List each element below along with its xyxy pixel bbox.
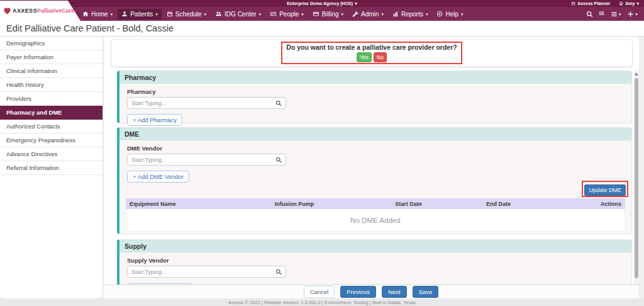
nav-items: Home ▾ Patients ▾ Schedule ▾ IDG Center …	[78, 9, 468, 20]
chevron-down-icon: ▾	[381, 12, 384, 16]
chevron-down-icon: ▾	[204, 12, 207, 16]
pharmacy-field-label: Pharmacy	[127, 88, 631, 95]
sidebar-item-authorized-contacts[interactable]: Authorized Contacts	[0, 120, 103, 133]
sidebar-item-demographics[interactable]: Demographics	[0, 37, 103, 50]
nav-label: Help	[445, 11, 458, 18]
wrench-icon	[352, 11, 358, 17]
cancel-button[interactable]: Cancel	[304, 286, 335, 298]
question-buttons: Yes No	[357, 52, 387, 62]
sidebar-item-emergency-preparedness[interactable]: Emergency Preparedness	[0, 133, 103, 147]
supply-vendor-search-input[interactable]	[128, 269, 275, 275]
sidebar-item-referral-information[interactable]: Referral Information	[0, 161, 103, 175]
person-icon	[121, 11, 128, 17]
supply-section-header: Supply	[119, 240, 631, 252]
pharmacy-search-input[interactable]	[128, 100, 275, 106]
user-avatar-icon	[619, 1, 623, 6]
search-icon[interactable]	[275, 100, 282, 106]
nav-item-help[interactable]: Help ▾	[433, 9, 467, 20]
sidebar-item-health-history[interactable]: Health History	[0, 78, 103, 92]
plus-icon	[627, 11, 634, 18]
nav-label: Billing	[322, 11, 339, 18]
calendar-icon	[571, 1, 575, 6]
pharmacy-search-box	[127, 97, 286, 109]
add-dme-vendor-button[interactable]: + Add DME Vendor	[127, 171, 189, 183]
nav-item-schedule[interactable]: Schedule ▾	[163, 9, 210, 20]
envelope-icon: ✉	[599, 11, 604, 17]
search-button[interactable]	[586, 11, 593, 18]
dme-section: DME DME Vendor + Add DME Vendor Update D…	[117, 127, 632, 234]
chevron-down-icon: ▾	[301, 12, 304, 16]
dme-table-header: Equipment Name Infusion Pump Start Date …	[126, 198, 625, 209]
agency-name: Enterprise Demo Agency (HOS)	[287, 1, 353, 6]
pharmacy-section-header: Pharmacy	[119, 71, 631, 84]
yes-button[interactable]: Yes	[357, 52, 372, 62]
sidebar-item-clinical-information[interactable]: Clinical Information	[0, 64, 103, 78]
patient-edit-sidebar: Demographics Payer Information Clinical …	[0, 37, 103, 298]
no-button[interactable]: No	[374, 52, 387, 62]
chevron-down-icon: ▾	[426, 12, 428, 16]
dme-vendor-field-label: DME Vendor	[127, 145, 631, 152]
agency-selector[interactable]: Enterprise Demo Agency (HOS) ▾	[287, 1, 357, 6]
nav-item-idg-center[interactable]: IDG Center ▾	[211, 9, 265, 20]
column-start-date: Start Date	[395, 201, 486, 207]
nav-label: Reports	[401, 11, 423, 18]
main-navbar: Home ▾ Patients ▾ Schedule ▾ IDG Center …	[0, 7, 644, 21]
next-button[interactable]: Next	[382, 286, 407, 298]
chevron-down-icon: ▾	[635, 12, 638, 16]
user-menu[interactable]: Amy ▾	[619, 1, 639, 6]
form-action-bar: Cancel Previous Next Save	[103, 285, 639, 298]
nav-item-patients[interactable]: Patients ▾	[118, 9, 162, 20]
axxess-heart-icon	[3, 7, 11, 15]
chevron-down-icon: ▾	[341, 12, 344, 16]
annotation-box-update-dme: Update DME	[582, 181, 628, 197]
nav-item-home[interactable]: Home ▾	[79, 9, 116, 20]
sidebar-item-providers[interactable]: Providers	[0, 92, 103, 106]
id-card-icon	[270, 11, 277, 17]
add-pharmacy-button[interactable]: + Add Pharmacy	[127, 114, 182, 126]
nav-label: People	[279, 11, 299, 18]
supply-vendor-field-label: Supply Vendor	[127, 257, 631, 264]
quick-add-button[interactable]: ▾	[627, 11, 638, 18]
chevron-down-icon: ▾	[619, 12, 621, 16]
nav-label: Patients	[130, 11, 153, 18]
column-actions: Actions	[584, 201, 621, 207]
save-button[interactable]: Save	[413, 286, 439, 298]
nav-item-admin[interactable]: Admin ▾	[348, 9, 387, 20]
nav-right-tools: ✉ ▾ ▾	[586, 11, 644, 18]
dme-table: Equipment Name Infusion Pump Start Date …	[126, 198, 625, 232]
logo[interactable]: AXXESS PalliativeCare	[0, 1, 80, 21]
nav-item-billing[interactable]: Billing ▾	[309, 9, 347, 20]
chevron-down-icon: ▾	[636, 1, 639, 6]
nav-item-reports[interactable]: Reports ▾	[389, 9, 432, 20]
credit-card-icon	[313, 11, 319, 17]
scrollbar-thumb[interactable]	[635, 78, 638, 278]
app-footer: Axxess © 2022 | Release Version: 1.0.981…	[0, 298, 644, 306]
previous-button[interactable]: Previous	[340, 286, 376, 298]
planner-label: Axxess Planner	[577, 1, 610, 6]
column-end-date: End Date	[486, 201, 584, 207]
dme-vendor-search-input[interactable]	[128, 157, 275, 163]
sidebar-item-payer-information[interactable]: Payer Information	[0, 50, 103, 64]
search-icon[interactable]	[275, 269, 282, 275]
nav-item-people[interactable]: People ▾	[266, 9, 308, 20]
chevron-down-icon: ▾	[155, 12, 158, 16]
axxess-planner-link[interactable]: Axxess Planner	[571, 1, 610, 6]
bar-chart-icon	[392, 11, 399, 17]
update-dme-button[interactable]: Update DME	[584, 184, 626, 196]
annotation-box-question: Do you want to create a palliative care …	[281, 42, 462, 64]
nav-label: Schedule	[175, 11, 202, 18]
sidebar-item-pharmacy-and-dme[interactable]: Pharmacy and DME	[0, 106, 103, 120]
content-scrollbar[interactable]	[634, 71, 639, 285]
app-footer-text: Axxess © 2022 | Release Version: 1.0.981…	[228, 300, 416, 305]
sidebar-item-advance-directives[interactable]: Advance Directives	[0, 147, 103, 161]
scrollbar-up-arrow[interactable]	[635, 72, 638, 76]
column-equipment-name: Equipment Name	[130, 201, 275, 207]
logo-product-text: PalliativeCare	[37, 8, 74, 14]
page-title: Edit Palliative Care Patient - Bold, Cas…	[6, 23, 174, 33]
list-menu-button[interactable]: ▾	[611, 11, 621, 18]
search-icon[interactable]	[275, 157, 282, 163]
nav-label: Admin	[361, 11, 379, 18]
calendar-icon	[167, 11, 173, 17]
messages-button[interactable]: ✉	[599, 11, 604, 17]
dme-vendor-search-box	[127, 154, 286, 166]
